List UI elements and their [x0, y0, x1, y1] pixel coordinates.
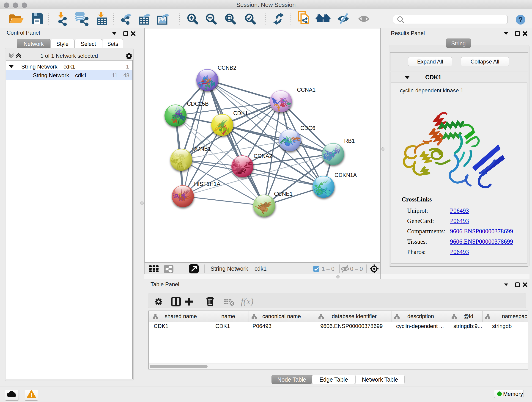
- svg-text:CCNA1: CCNA1: [297, 87, 316, 93]
- svg-text:CDC25B: CDC25B: [187, 101, 209, 107]
- svg-text:HIST1H1A: HIST1H1A: [194, 181, 220, 187]
- svg-text:CDK1: CDK1: [233, 110, 248, 116]
- svg-text:CDKN1A: CDKN1A: [335, 172, 357, 178]
- svg-text:CCNB1: CCNB1: [192, 146, 211, 152]
- svg-text:f(x): f(x): [241, 296, 254, 306]
- svg-text:CCNB2: CCNB2: [218, 65, 236, 71]
- svg-text:?: ?: [518, 16, 523, 24]
- svg-text:CCNA2: CCNA2: [254, 153, 272, 159]
- svg-text:CDC6: CDC6: [300, 125, 315, 131]
- svg-text:RB1: RB1: [344, 138, 355, 144]
- svg-text:CCNE1: CCNE1: [274, 191, 293, 197]
